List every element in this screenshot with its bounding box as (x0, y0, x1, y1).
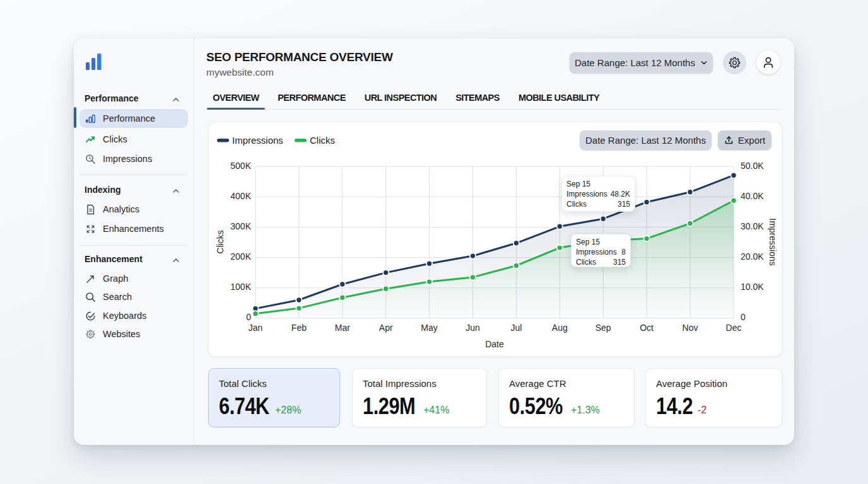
svg-text:500K: 500K (230, 161, 251, 171)
svg-text:Apr: Apr (379, 323, 393, 333)
svg-text:Jun: Jun (466, 323, 480, 333)
svg-text:Dec: Dec (726, 323, 742, 333)
svg-text:Nov: Nov (683, 323, 698, 333)
svg-text:Jan: Jan (249, 323, 263, 333)
svg-text:0: 0 (741, 312, 746, 322)
svg-text:Sep: Sep (595, 323, 611, 333)
svg-text:10.0K: 10.0K (741, 282, 764, 292)
svg-text:Jul: Jul (510, 323, 522, 333)
svg-text:200K: 200K (230, 251, 251, 262)
svg-text:Mar: Mar (335, 323, 350, 333)
svg-text:40.0K: 40.0K (741, 191, 764, 201)
svg-text:30.0K: 30.0K (741, 221, 764, 231)
svg-text:Clicks: Clicks (215, 230, 225, 253)
svg-text:50.0K: 50.0K (741, 161, 764, 171)
svg-text:Clicks: Clicks (310, 135, 335, 146)
svg-text:100K: 100K (230, 282, 251, 292)
svg-text:0: 0 (246, 312, 251, 322)
svg-text:Impressions: Impressions (768, 218, 778, 265)
svg-text:300K: 300K (230, 221, 251, 231)
svg-text:Aug: Aug (552, 323, 568, 333)
svg-text:Oct: Oct (640, 323, 654, 333)
svg-text:Impressions: Impressions (232, 135, 283, 146)
svg-text:20.0K: 20.0K (741, 251, 764, 262)
svg-text:Feb: Feb (291, 323, 307, 333)
svg-text:Date: Date (485, 339, 504, 349)
svg-text:May: May (421, 323, 437, 333)
svg-text:400K: 400K (230, 191, 251, 201)
